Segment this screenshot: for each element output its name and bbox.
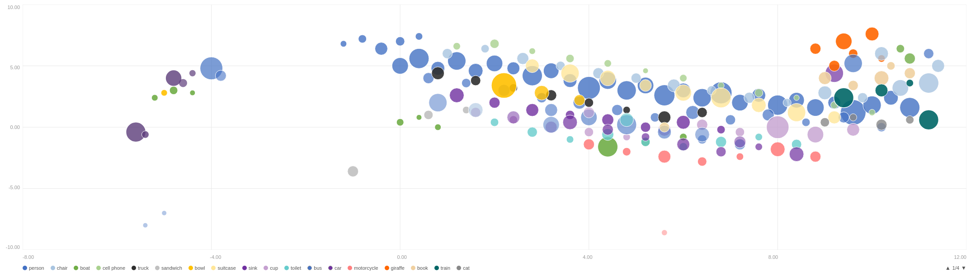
svg-point-193 xyxy=(695,127,709,142)
chart-area xyxy=(23,5,966,250)
svg-point-102 xyxy=(348,166,358,177)
svg-point-207 xyxy=(162,211,166,215)
legend-car: car xyxy=(328,265,341,271)
svg-point-173 xyxy=(819,72,831,85)
y-label-0: 0.00 xyxy=(0,124,23,130)
legend-dot-train xyxy=(434,266,439,270)
svg-point-92 xyxy=(432,67,444,80)
svg-point-52 xyxy=(375,43,387,55)
svg-point-198 xyxy=(896,45,905,53)
svg-point-197 xyxy=(905,53,915,64)
svg-point-182 xyxy=(820,118,829,127)
svg-point-134 xyxy=(766,116,789,138)
svg-point-117 xyxy=(489,97,500,108)
legend-chair: chair xyxy=(51,265,68,271)
svg-point-169 xyxy=(865,27,879,41)
svg-point-53 xyxy=(396,37,405,46)
svg-point-157 xyxy=(755,143,763,150)
svg-point-16 xyxy=(486,55,503,72)
legend-dot-cat xyxy=(457,266,461,270)
svg-point-104 xyxy=(534,86,549,100)
svg-point-163 xyxy=(697,157,707,166)
svg-point-125 xyxy=(141,131,149,138)
svg-point-49 xyxy=(802,118,810,126)
svg-point-139 xyxy=(566,136,574,143)
svg-point-108 xyxy=(561,64,579,82)
legend-label-chair: chair xyxy=(57,265,68,271)
legend-dot-person xyxy=(23,266,27,270)
legend-dot-car xyxy=(328,266,333,270)
svg-point-121 xyxy=(641,122,650,132)
svg-point-200 xyxy=(932,60,944,72)
svg-point-113 xyxy=(752,98,766,112)
svg-point-88 xyxy=(755,89,763,97)
svg-point-123 xyxy=(717,125,725,134)
legend-label-person: person xyxy=(29,265,44,271)
legend-truck: truck xyxy=(132,265,149,271)
legend-dot-cup xyxy=(264,266,268,270)
svg-point-54 xyxy=(415,33,423,40)
legend-label-cellphone: cell phone xyxy=(103,265,125,271)
svg-point-202 xyxy=(179,79,187,87)
svg-point-206 xyxy=(143,223,147,228)
y-axis: 10.00 5.00 0.00 -5.00 -10.00 xyxy=(0,5,23,250)
svg-point-112 xyxy=(711,88,731,108)
y-label-n10: -10.00 xyxy=(0,244,23,250)
legend-dot-motorcycle xyxy=(348,266,352,270)
legend-sink: sink xyxy=(242,265,258,271)
legend-label-giraffe: giraffe xyxy=(391,265,405,271)
legend-dot-truck xyxy=(132,266,136,270)
legend-cellphone: cell phone xyxy=(96,265,125,271)
x-label-0: 0.00 xyxy=(397,254,407,260)
svg-point-203 xyxy=(189,70,196,76)
legend-motorcycle: motorcycle xyxy=(348,265,378,271)
legend-bus: bus xyxy=(307,265,322,271)
legend-label-toilet: toilet xyxy=(291,265,301,271)
legend-label-car: car xyxy=(335,265,341,271)
svg-point-191 xyxy=(620,113,633,127)
svg-point-137 xyxy=(490,118,499,126)
svg-point-158 xyxy=(789,147,804,162)
svg-point-178 xyxy=(834,88,854,108)
svg-point-67 xyxy=(818,86,832,100)
svg-point-44 xyxy=(612,105,622,115)
svg-point-62 xyxy=(631,73,641,83)
legend-label-train: train xyxy=(441,265,450,271)
chart-container: 10.00 5.00 0.00 -5.00 -10.00 xyxy=(0,0,980,277)
legend-dot-bowl xyxy=(188,266,193,270)
svg-point-12 xyxy=(409,48,429,68)
legend-dot-cellphone xyxy=(96,266,101,270)
legend-label-suitcase: suitcase xyxy=(217,265,236,271)
svg-point-93 xyxy=(471,76,481,86)
svg-point-195 xyxy=(844,54,862,72)
svg-point-164 xyxy=(736,153,744,160)
svg-point-208 xyxy=(662,230,667,235)
svg-point-96 xyxy=(584,98,594,107)
svg-point-99 xyxy=(697,107,707,117)
legend-giraffe: giraffe xyxy=(385,265,405,271)
x-label-n4: -4.00 xyxy=(210,254,221,260)
svg-point-185 xyxy=(906,116,914,124)
svg-point-135 xyxy=(807,126,824,143)
legend-person: person xyxy=(23,265,44,271)
legend-bowl: bowl xyxy=(188,265,205,271)
x-label-8: 8.00 xyxy=(768,254,778,260)
legend-pagination[interactable]: ▲ 1/4 ▼ xyxy=(945,265,966,271)
svg-point-177 xyxy=(887,62,895,70)
svg-point-105 xyxy=(574,95,585,105)
svg-point-58 xyxy=(481,45,489,53)
svg-point-85 xyxy=(643,68,648,73)
svg-point-116 xyxy=(449,88,464,103)
svg-point-154 xyxy=(641,133,650,141)
svg-point-81 xyxy=(490,39,499,48)
svg-point-114 xyxy=(787,103,806,121)
svg-point-70 xyxy=(919,73,938,93)
svg-point-187 xyxy=(468,103,483,117)
svg-point-97 xyxy=(623,106,630,114)
svg-point-188 xyxy=(507,111,520,124)
svg-point-179 xyxy=(875,84,888,97)
svg-point-86 xyxy=(680,75,687,82)
svg-point-103 xyxy=(491,73,517,98)
pagination-text: 1/4 xyxy=(952,265,959,271)
svg-point-181 xyxy=(919,110,938,130)
